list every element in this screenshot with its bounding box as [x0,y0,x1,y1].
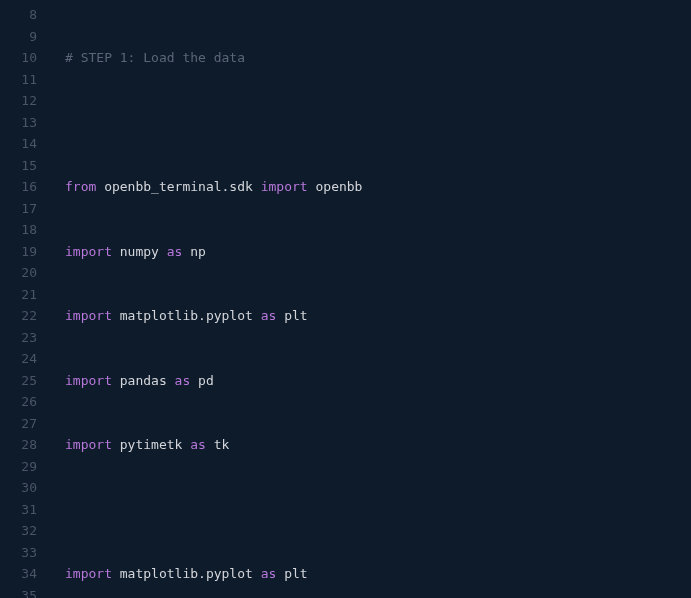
module-name: pytimetk [120,437,183,452]
line-number: 24 [0,348,37,370]
line-number: 29 [0,456,37,478]
keyword-import: import [65,373,112,388]
line-number: 19 [0,241,37,263]
keyword-import: import [261,179,308,194]
import-name: openbb [315,179,362,194]
code-area[interactable]: # STEP 1: Load the data from openbb_term… [55,0,691,598]
alias: pd [198,373,214,388]
line-number: 26 [0,391,37,413]
line-number: 16 [0,176,37,198]
keyword-import: import [65,437,112,452]
keyword-as: as [167,244,183,259]
line-number: 23 [0,327,37,349]
alias: plt [284,308,307,323]
code-line[interactable]: # STEP 1: Load the data [65,47,691,69]
line-number: 14 [0,133,37,155]
line-number: 21 [0,284,37,306]
code-line[interactable]: import matplotlib.pyplot as plt [65,305,691,327]
line-number: 12 [0,90,37,112]
line-number: 9 [0,26,37,48]
keyword-as: as [190,437,206,452]
module-name: numpy [120,244,159,259]
line-number: 34 [0,563,37,585]
line-number: 35 [0,585,37,599]
keyword-as: as [261,308,277,323]
alias: tk [214,437,230,452]
code-line[interactable]: import pytimetk as tk [65,434,691,456]
line-number: 22 [0,305,37,327]
line-number: 33 [0,542,37,564]
line-number: 27 [0,413,37,435]
code-line[interactable]: import numpy as np [65,241,691,263]
line-number: 25 [0,370,37,392]
module-name: matplotlib.pyplot [120,566,253,581]
keyword-import: import [65,244,112,259]
code-editor: 8 9 10 11 12 13 14 15 16 17 18 19 20 21 … [0,0,691,598]
code-line[interactable]: import pandas as pd [65,370,691,392]
line-number: 10 [0,47,37,69]
keyword-import: import [65,308,112,323]
line-number: 8 [0,4,37,26]
line-number: 31 [0,499,37,521]
line-number: 17 [0,198,37,220]
keyword-import: import [65,566,112,581]
keyword-from: from [65,179,96,194]
module-name: pandas [120,373,167,388]
keyword-as: as [175,373,191,388]
line-number: 13 [0,112,37,134]
line-number: 11 [0,69,37,91]
line-number: 32 [0,520,37,542]
line-number: 30 [0,477,37,499]
keyword-as: as [261,566,277,581]
line-number: 15 [0,155,37,177]
line-number: 28 [0,434,37,456]
line-number: 18 [0,219,37,241]
code-line[interactable]: from openbb_terminal.sdk import openbb [65,176,691,198]
comment: # STEP 1: Load the data [65,50,245,65]
line-number: 20 [0,262,37,284]
alias: plt [284,566,307,581]
code-line[interactable] [65,499,691,521]
module-name: openbb_terminal.sdk [104,179,253,194]
module-name: matplotlib.pyplot [120,308,253,323]
code-line[interactable]: import matplotlib.pyplot as plt [65,563,691,585]
alias: np [190,244,206,259]
line-number-gutter: 8 9 10 11 12 13 14 15 16 17 18 19 20 21 … [0,0,55,598]
code-line[interactable] [65,112,691,134]
